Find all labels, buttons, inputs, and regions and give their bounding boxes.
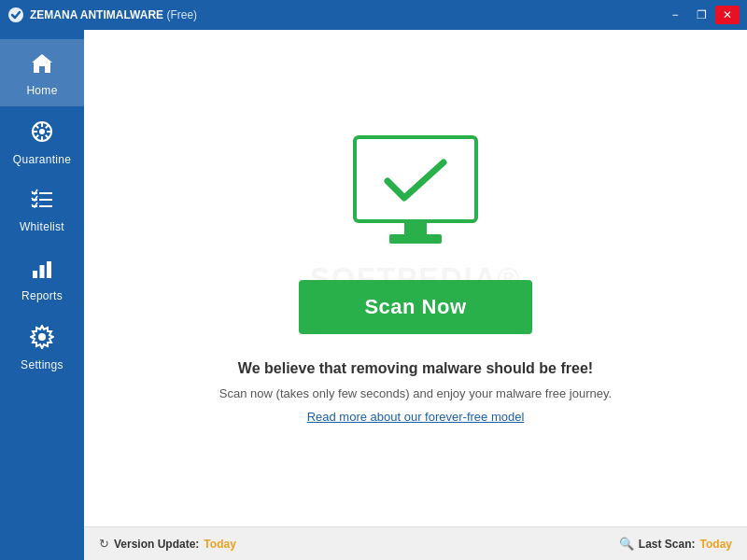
version-label: Version Update:: [114, 538, 199, 551]
whitelist-label: Whitelist: [20, 220, 64, 233]
reports-label: Reports: [21, 289, 63, 302]
monitor-graphic: [341, 133, 490, 258]
svg-rect-19: [47, 261, 51, 278]
last-scan-section: 🔍 Last Scan: Today: [619, 537, 732, 551]
last-scan-label: Last Scan:: [639, 538, 696, 551]
tagline-text: We believe that removing malware should …: [238, 360, 593, 377]
search-icon: 🔍: [619, 537, 634, 551]
close-button[interactable]: ✕: [715, 6, 740, 24]
home-icon: [30, 52, 54, 78]
sidebar-item-home[interactable]: Home: [0, 39, 84, 106]
svg-rect-17: [33, 271, 37, 278]
quarantine-icon: [30, 119, 54, 147]
maximize-button[interactable]: ❐: [689, 6, 713, 24]
app-icon: [7, 7, 24, 23]
settings-label: Settings: [21, 358, 63, 371]
title-bar: ZEMANA ANTIMALWARE (Free) − ❐ ✕: [0, 0, 747, 30]
home-label: Home: [26, 84, 57, 97]
forever-free-link[interactable]: Read more about our forever-free model: [307, 410, 525, 424]
reports-icon: [30, 256, 54, 284]
minimize-button[interactable]: −: [663, 6, 687, 24]
svg-point-2: [39, 129, 45, 134]
whitelist-icon: [30, 189, 54, 215]
svg-rect-21: [355, 137, 476, 221]
version-update-section: ↻ Version Update: Today: [99, 537, 619, 551]
sidebar-item-whitelist[interactable]: Whitelist: [0, 175, 84, 243]
sidebar-item-reports[interactable]: Reports: [0, 243, 84, 312]
quarantine-label: Quarantine: [13, 153, 71, 166]
monitor-svg: [341, 133, 490, 254]
sidebar: Home Quarantine: [0, 30, 84, 560]
last-scan-value: Today: [700, 538, 732, 551]
main-content: SOFTPEDIA® Scan Now We believe that remo…: [84, 30, 747, 526]
sidebar-item-quarantine[interactable]: Quarantine: [0, 106, 84, 175]
version-value: Today: [204, 538, 235, 551]
svg-line-10: [35, 135, 38, 138]
app-title: ZEMANA ANTIMALWARE (Free): [30, 8, 197, 21]
content-area: SOFTPEDIA® Scan Now We believe that remo…: [84, 30, 747, 560]
sidebar-item-settings[interactable]: Settings: [0, 312, 84, 381]
app-logo: ZEMANA ANTIMALWARE (Free): [7, 7, 663, 23]
svg-rect-18: [40, 265, 45, 278]
svg-line-9: [46, 125, 49, 128]
status-bar: ↻ Version Update: Today 🔍 Last Scan: Tod…: [84, 526, 747, 560]
subtitle-text: Scan now (takes only few seconds) and en…: [219, 386, 612, 400]
svg-line-7: [35, 125, 38, 128]
scan-now-button[interactable]: Scan Now: [299, 280, 531, 334]
svg-rect-22: [404, 221, 427, 234]
settings-icon: [30, 325, 54, 353]
svg-rect-23: [389, 234, 442, 244]
svg-point-20: [38, 333, 46, 341]
refresh-icon: ↻: [99, 537, 109, 551]
svg-line-8: [46, 135, 49, 138]
window-controls: − ❐ ✕: [663, 6, 740, 24]
app-body: Home Quarantine: [0, 30, 747, 560]
